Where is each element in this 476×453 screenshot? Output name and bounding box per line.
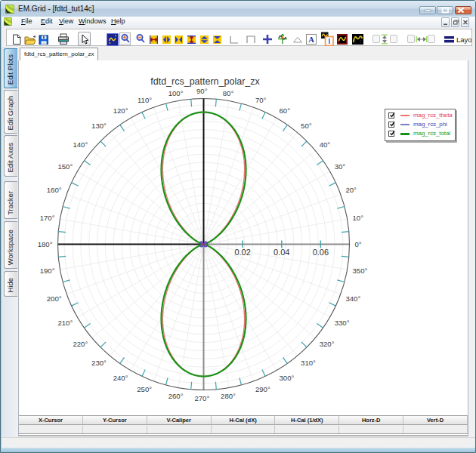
svg-text:320°: 320° (320, 340, 335, 348)
svg-text:fdtd_rcs_pattern_polar_zx: fdtd_rcs_pattern_polar_zx (150, 76, 260, 87)
svg-text:50°: 50° (301, 122, 312, 130)
svg-text:0.06: 0.06 (313, 248, 329, 257)
svg-text:240°: 240° (113, 374, 128, 382)
svg-text:40°: 40° (320, 140, 331, 149)
svg-text:150°: 150° (57, 162, 73, 171)
svg-text:80°: 80° (223, 89, 234, 97)
svg-text:160°: 160° (47, 186, 62, 194)
svg-text:350°: 350° (353, 267, 368, 275)
svg-text:A: A (308, 35, 314, 44)
svg-text:130°: 130° (91, 122, 107, 130)
svg-text:30°: 30° (335, 162, 346, 171)
svg-text:220°: 220° (73, 340, 88, 348)
svg-text:290°: 290° (255, 385, 270, 393)
svg-text:90°: 90° (196, 87, 208, 95)
svg-text:330°: 330° (335, 319, 350, 327)
svg-text:10°: 10° (353, 214, 364, 222)
svg-text:60°: 60° (280, 106, 291, 115)
svg-text:100°: 100° (168, 89, 184, 97)
svg-text:20°: 20° (345, 186, 357, 194)
svg-text:250°: 250° (137, 385, 152, 393)
svg-text:340°: 340° (345, 294, 360, 303)
svg-text:70°: 70° (255, 96, 267, 104)
svg-text:110°: 110° (138, 96, 152, 104)
svg-text:200°: 200° (47, 294, 62, 303)
svg-text:300°: 300° (280, 374, 295, 382)
svg-text:0°: 0° (355, 240, 362, 248)
svg-text:260°: 260° (168, 392, 184, 400)
svg-text:210°: 210° (57, 319, 73, 327)
svg-text:280°: 280° (221, 392, 236, 400)
svg-text:0.04: 0.04 (274, 248, 289, 257)
svg-text:310°: 310° (301, 359, 316, 367)
svg-text:0.02: 0.02 (234, 248, 250, 257)
svg-text:270°: 270° (194, 394, 209, 402)
svg-text:140°: 140° (73, 140, 88, 149)
svg-text:120°: 120° (113, 106, 128, 115)
svg-text:170°: 170° (40, 214, 55, 222)
svg-text:180°: 180° (38, 240, 53, 248)
svg-text:230°: 230° (91, 359, 107, 367)
svg-text:190°: 190° (40, 267, 55, 275)
